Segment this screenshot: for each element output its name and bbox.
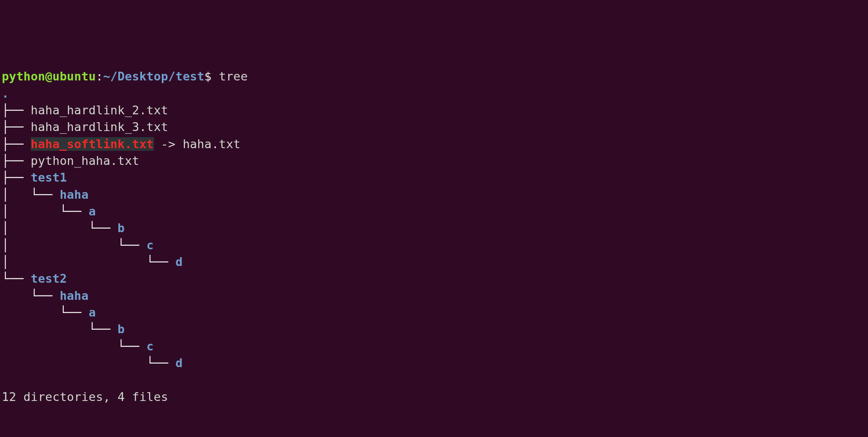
tree-branch: │ └── [2,204,88,218]
tree-row: ├── haha_hardlink_2.txt [2,102,866,119]
tree-dir: test2 [31,272,67,285]
tree-row: └── haha [2,288,866,304]
tree-branch: │ └── [2,238,146,252]
tree-row: ├── python_haha.txt [2,153,866,169]
tree-dir: d [175,356,182,370]
prompt-path: ~/Desktop/test [103,69,204,83]
tree-branch: ├── [2,120,31,134]
tree-row: └── test2 [2,270,866,287]
tree-row: ├── test1 [2,169,866,186]
tree-summary-text: 12 directories, 4 files [2,390,168,404]
tree-dir: a [88,306,95,319]
tree-row: └── c [2,338,866,355]
tree-dir: d [175,255,182,269]
tree-branch: └── [2,306,88,319]
tree-dir: c [146,238,153,252]
tree-summary: 12 directories, 4 files [2,389,866,405]
tree-dir: b [117,221,124,235]
tree-dir: haha [60,289,89,302]
tree-dir: a [88,204,95,218]
tree-file: haha_hardlink_3.txt [31,120,168,134]
tree-branch: │ └── [2,255,175,269]
link-arrow: -> [154,137,183,151]
tree-root-dot: . [2,87,9,100]
tree-branch: ├── [2,103,31,117]
tree-branch: └── [2,339,146,353]
tree-branch: └── [2,272,31,285]
tree-row: │ └── c [2,237,866,254]
tree-row: │ └── d [2,254,866,270]
tree-broken-link: haha_softlink.txt [31,137,154,151]
tree-dir: haha [60,188,89,201]
tree-row: └── b [2,321,866,338]
tree-file: python_haha.txt [31,154,139,168]
tree-root: . [2,85,866,102]
tree-branch: │ └── [2,221,117,235]
tree-branch: └── [2,289,60,302]
tree-dir: test1 [31,171,67,184]
tree-dir: c [146,339,153,353]
tree-row: │ └── b [2,220,866,237]
tree-row: │ └── haha [2,186,866,203]
tree-row: ├── haha_softlink.txt -> haha.txt [2,136,866,153]
tree-row: │ └── a [2,203,866,220]
link-target: haha.txt [182,137,241,151]
prompt-sigil: $ [204,69,219,83]
tree-row: ├── haha_hardlink_3.txt [2,119,866,135]
prompt-user: python@ubuntu [2,69,96,83]
tree-row: └── a [2,304,866,321]
tree-branch: └── [2,322,117,336]
tree-branch: ├── [2,154,31,168]
tree-branch: └── [2,356,175,370]
tree-branch: │ └── [2,188,60,201]
prompt-line: python@ubuntu:~/Desktop/test$ tree [2,68,866,85]
prompt-cmd: tree [219,69,248,83]
tree-file: haha_hardlink_2.txt [31,103,168,117]
prompt-sep: : [96,69,103,83]
tree-branch: ├── [2,171,31,184]
terminal[interactable]: python@ubuntu:~/Desktop/test$ tree.├── h… [2,68,866,405]
tree-dir: b [117,322,124,336]
tree-branch: ├── [2,137,31,151]
blank-line [2,371,866,388]
tree-row: └── d [2,355,866,371]
